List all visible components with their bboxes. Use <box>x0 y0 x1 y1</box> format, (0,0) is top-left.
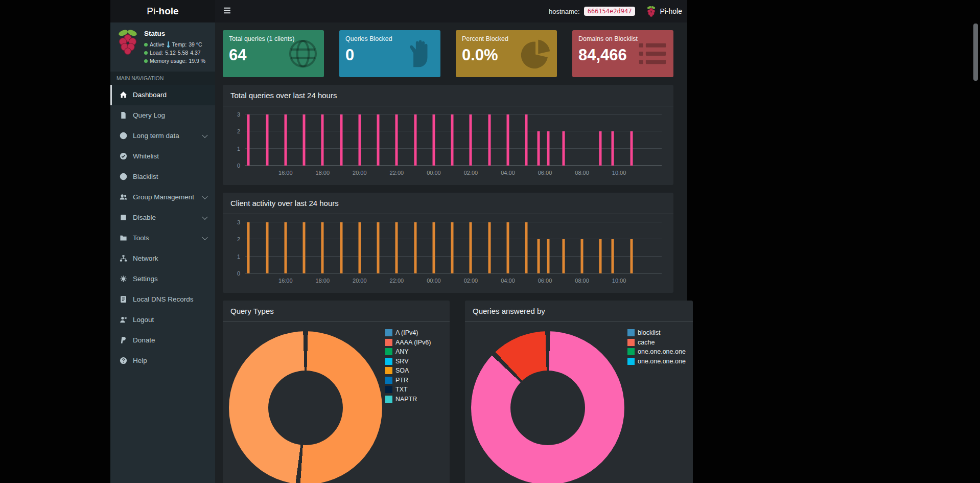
sidebar-item-disable[interactable]: Disable <box>110 208 215 228</box>
legend-item[interactable]: AAAA (IPv6) <box>385 339 442 346</box>
chart-bar[interactable] <box>525 222 528 273</box>
legend-item[interactable]: blocklist <box>627 329 686 336</box>
chart-bar[interactable] <box>451 222 454 273</box>
chart-bar[interactable] <box>414 114 416 166</box>
x-axis-label: 06:00 <box>538 170 552 176</box>
chart-bar[interactable] <box>470 114 472 166</box>
load-value-1: 5.12 <box>165 49 175 57</box>
x-axis-label: 22:00 <box>390 278 404 284</box>
query-types-donut[interactable] <box>229 331 382 483</box>
chart-bar[interactable] <box>284 114 287 166</box>
chart-bar[interactable] <box>432 114 435 166</box>
chart-bar[interactable] <box>321 222 324 273</box>
chart-bar[interactable] <box>247 222 250 273</box>
logo-text-bold: hole <box>159 6 179 17</box>
sidebar-item-network[interactable]: Network <box>110 248 215 269</box>
sidebar-item-label: Query Log <box>133 111 165 119</box>
chart-bar[interactable] <box>599 131 602 166</box>
legend-item[interactable]: A (IPv4) <box>385 329 442 336</box>
memory-label: Memory usage: <box>150 57 186 65</box>
square-icon <box>119 214 128 222</box>
chart-bar[interactable] <box>266 114 268 166</box>
sidebar-item-label: Network <box>133 255 158 262</box>
app-logo[interactable]: Pi-hole <box>110 0 215 22</box>
chart-bar[interactable] <box>358 222 361 273</box>
legend-item[interactable]: TXT <box>385 386 442 393</box>
chart-bar[interactable] <box>377 222 380 273</box>
sidebar-item-group-management[interactable]: Group Management <box>110 187 215 208</box>
pihole-brand-link[interactable]: Pi-hole <box>646 6 682 17</box>
chart-bar[interactable] <box>488 114 491 166</box>
client-activity-chart[interactable]: 012316:0018:0020:0022:0000:0002:0004:000… <box>245 220 662 288</box>
legend-item[interactable]: cache <box>627 339 686 346</box>
sidebar-item-donate[interactable]: Donate <box>110 330 215 351</box>
sidebar-item-logout[interactable]: Logout <box>110 310 215 330</box>
chart-bar[interactable] <box>612 239 614 273</box>
scrollbar-thumb[interactable] <box>973 24 978 81</box>
sidebar-item-long-term-data[interactable]: Long term data <box>110 126 215 146</box>
chart-bar[interactable] <box>599 239 602 273</box>
queries-answered-donut[interactable] <box>471 331 624 483</box>
chart-bar[interactable] <box>284 222 287 273</box>
chart-bar[interactable] <box>470 222 472 273</box>
legend-item[interactable]: SRV <box>385 358 442 365</box>
chart-bar[interactable] <box>547 131 549 166</box>
sidebar-item-tools[interactable]: Tools <box>110 228 215 248</box>
legend-item[interactable]: ANY <box>385 348 442 355</box>
chart-bar[interactable] <box>581 239 584 273</box>
chart-bar[interactable] <box>547 239 549 273</box>
sidebar-item-query-log[interactable]: Query Log <box>110 105 215 126</box>
chart-bar[interactable] <box>562 239 565 273</box>
legend-item[interactable]: PTR <box>385 377 442 384</box>
chart-bar[interactable] <box>525 114 528 166</box>
sidebar-item-dashboard[interactable]: Dashboard <box>110 85 215 105</box>
x-axis-label: 20:00 <box>353 170 367 176</box>
bar-plot[interactable]: 0123 <box>245 114 662 166</box>
chart-bar[interactable] <box>266 222 268 273</box>
legend-swatch <box>627 358 635 365</box>
chart-bar[interactable] <box>432 222 435 273</box>
chart-bar[interactable] <box>506 114 509 166</box>
chart-bar[interactable] <box>321 114 324 166</box>
legend-item[interactable]: one.one.one.one <box>627 358 686 365</box>
y-axis-label: 0 <box>237 270 240 277</box>
sidebar-item-settings[interactable]: Settings <box>110 269 215 289</box>
chart-bar[interactable] <box>303 114 306 166</box>
legend-item[interactable]: one.one.one.one <box>627 348 686 355</box>
legend-item[interactable]: NAPTR <box>385 396 442 403</box>
chart-bar[interactable] <box>395 222 398 273</box>
sidebar-item-help[interactable]: Help <box>110 351 215 371</box>
chart-bar[interactable] <box>630 239 633 273</box>
chart-bar[interactable] <box>562 131 565 166</box>
chart-bar[interactable] <box>303 222 306 273</box>
chart-bar[interactable] <box>358 114 361 166</box>
legend-item[interactable]: SOA <box>385 367 442 374</box>
legend-label: one.one.one.one <box>638 358 686 365</box>
chart-bar[interactable] <box>538 239 540 273</box>
chart-bar[interactable] <box>488 222 491 273</box>
sidebar-item-blacklist[interactable]: Blacklist <box>110 167 215 187</box>
sidebar-item-whitelist[interactable]: Whitelist <box>110 146 215 167</box>
chart-bar[interactable] <box>340 114 342 166</box>
chart-bar[interactable] <box>612 131 614 166</box>
chart-bar[interactable] <box>377 114 380 166</box>
clock-icon <box>119 132 128 140</box>
sidebar-toggle-button[interactable] <box>215 0 239 22</box>
chart-bar[interactable] <box>630 131 633 166</box>
query-types-legend: A (IPv4)AAAA (IPv6)ANYSRVSOAPTRTXTNAPTR <box>385 329 442 483</box>
sidebar-item-label: Help <box>133 357 147 364</box>
sidebar-item-label: Blacklist <box>133 173 158 180</box>
y-axis-label: 1 <box>237 254 240 260</box>
chart-bar[interactable] <box>395 114 398 166</box>
total-queries-chart[interactable]: 012316:0018:0020:0022:0000:0002:0004:000… <box>245 112 662 180</box>
chart-bar[interactable] <box>247 114 250 166</box>
chart-bar[interactable] <box>414 222 416 273</box>
sidebar-item-local-dns-records[interactable]: Local DNS Records <box>110 289 215 310</box>
chart-bar[interactable] <box>340 222 342 273</box>
x-axis-label: 10:00 <box>612 170 626 176</box>
chart-bar[interactable] <box>451 114 454 166</box>
chart-bar[interactable] <box>506 222 509 273</box>
chart-bar[interactable] <box>538 131 540 166</box>
bar-plot[interactable]: 0123 <box>245 222 662 273</box>
status-line-active: Active Temp: 39 °C <box>144 40 205 49</box>
